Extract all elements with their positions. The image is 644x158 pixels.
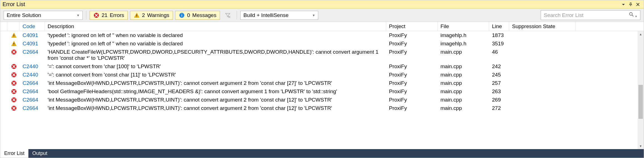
scroll-up-icon[interactable]: ▲	[638, 31, 644, 37]
messages-filter[interactable]: 0 Messages	[175, 11, 220, 20]
line-cell: 257	[489, 80, 509, 87]
divider	[237, 11, 237, 20]
warning-icon	[11, 41, 17, 47]
clear-filter-button[interactable]	[222, 11, 233, 20]
table-row[interactable]: C4091'typedef ': ignored on left of '' w…	[0, 40, 644, 48]
severity-cell	[7, 63, 20, 70]
severity-cell	[7, 48, 20, 56]
blank-cell	[0, 71, 7, 72]
tab-output[interactable]: Output	[28, 149, 51, 158]
errors-label: Errors	[110, 12, 124, 18]
description-cell: 'HANDLE CreateFileW(LPCWSTR,DWORD,DWORD,…	[45, 48, 386, 62]
col-code[interactable]: Code	[20, 22, 45, 31]
code-cell[interactable]: C2440	[20, 63, 45, 70]
suppression-cell	[509, 96, 576, 97]
error-list-window: Error List Entire Solution ▼ 21 Errors 2…	[0, 0, 644, 158]
col-line[interactable]: Line	[489, 22, 509, 31]
severity-cell	[7, 71, 20, 78]
file-cell: main.cpp	[438, 71, 489, 78]
blank-cell	[0, 96, 7, 97]
table-row[interactable]: C2440'=': cannot convert from 'char [100…	[0, 62, 644, 71]
scroll-track[interactable]	[638, 37, 644, 143]
scope-dropdown[interactable]: Entire Solution ▼	[4, 11, 83, 20]
line-cell: 46	[489, 48, 509, 56]
scroll-thumb[interactable]	[638, 85, 643, 119]
col-file[interactable]: File	[438, 22, 489, 31]
warning-icon	[11, 32, 17, 38]
svg-rect-8	[14, 36, 14, 37]
table-row[interactable]: C2664'bool GetImageFileHeaders(std::stri…	[0, 87, 644, 96]
col-project[interactable]: Project	[386, 22, 438, 31]
code-cell[interactable]: C2664	[20, 88, 45, 95]
window-options-button[interactable]	[620, 2, 627, 7]
col-severity[interactable]	[7, 22, 20, 31]
error-icon	[11, 88, 17, 95]
warnings-filter[interactable]: 2 Warnings	[130, 11, 173, 20]
col-blank[interactable]	[0, 22, 7, 31]
line-cell: 272	[489, 105, 509, 111]
code-cell[interactable]: C4091	[20, 40, 45, 47]
scope-label: Entire Solution	[7, 12, 41, 18]
pin-button[interactable]	[627, 2, 634, 7]
svg-rect-10	[14, 45, 14, 45]
chevron-down-icon: ▼	[77, 14, 80, 17]
col-description[interactable]: Description	[45, 22, 386, 31]
code-cell[interactable]: C2664	[20, 80, 45, 87]
svg-rect-1	[136, 14, 137, 16]
code-cell[interactable]: C4091	[20, 32, 45, 39]
table-row[interactable]: C2664'int MessageBoxW(HWND,LPCWSTR,LPCWS…	[0, 96, 644, 104]
suppression-cell	[509, 40, 576, 41]
scroll-down-icon[interactable]: ▼	[638, 143, 644, 149]
suppression-cell	[509, 80, 576, 81]
col-suppression[interactable]: Suppression State	[509, 22, 576, 31]
chevron-down-icon: ▼	[312, 14, 315, 17]
build-mode-label: Build + IntelliSense	[243, 12, 288, 18]
file-cell: main.cpp	[438, 88, 489, 95]
scrollbar[interactable]: ▲ ▼	[638, 31, 644, 149]
project-cell: ProxiFy	[386, 88, 438, 95]
code-cell[interactable]: C2664	[20, 96, 45, 103]
file-cell: main.cpp	[438, 48, 489, 56]
error-icon	[11, 80, 17, 86]
table-row[interactable]: C2664'int MessageBoxW(HWND,LPCWSTR,LPCWS…	[0, 104, 644, 111]
suppression-cell	[509, 105, 576, 106]
code-cell[interactable]: C2664	[20, 48, 45, 56]
error-icon	[11, 72, 17, 78]
tab-error-list[interactable]: Error List	[0, 149, 28, 158]
svg-rect-5	[182, 14, 182, 14]
warnings-count: 2	[142, 12, 145, 18]
description-cell: 'int MessageBoxW(HWND,LPCWSTR,LPCWSTR,UI…	[45, 80, 386, 87]
search-icon[interactable]: ▼	[629, 12, 637, 19]
info-icon	[179, 12, 185, 18]
code-cell[interactable]: C2440	[20, 71, 45, 78]
toolbar: Entire Solution ▼ 21 Errors 2 Warnings 0…	[0, 9, 644, 22]
description-cell: 'typedef ': ignored on left of '' when n…	[45, 32, 386, 39]
warnings-label: Warnings	[147, 12, 169, 18]
messages-count: 0	[187, 12, 190, 18]
svg-rect-7	[14, 34, 14, 36]
severity-cell	[7, 88, 20, 95]
close-button[interactable]	[634, 2, 641, 7]
line-cell: 1873	[489, 32, 509, 39]
blank-cell	[0, 32, 7, 33]
table-row[interactable]: C4091'typedef ': ignored on left of '' w…	[0, 31, 644, 40]
search-input[interactable]	[544, 12, 629, 18]
messages-label: Messages	[192, 12, 217, 18]
description-cell: 'bool GetImageFileHeaders(std::string,IM…	[45, 88, 386, 95]
suppression-cell	[509, 88, 576, 89]
search-box[interactable]: ▼	[541, 10, 640, 20]
errors-filter[interactable]: 21 Errors	[90, 11, 128, 20]
code-cell[interactable]: C2664	[20, 105, 45, 111]
suppression-cell	[509, 48, 576, 50]
warning-icon	[134, 12, 140, 18]
error-icon	[11, 63, 17, 70]
table-row[interactable]: C2664'int MessageBoxW(HWND,LPCWSTR,LPCWS…	[0, 79, 644, 87]
description-cell: 'typedef ': ignored on left of '' when n…	[45, 40, 386, 47]
window-title: Error List	[3, 1, 620, 8]
error-grid: Code Description Project File Line Suppr…	[0, 22, 644, 149]
file-cell: main.cpp	[438, 96, 489, 103]
project-cell: ProxiFy	[386, 32, 438, 39]
table-row[interactable]: C2664'HANDLE CreateFileW(LPCWSTR,DWORD,D…	[0, 48, 644, 62]
build-mode-dropdown[interactable]: Build + IntelliSense ▼	[240, 11, 318, 20]
table-row[interactable]: C2440'=': cannot convert from 'const cha…	[0, 71, 644, 79]
